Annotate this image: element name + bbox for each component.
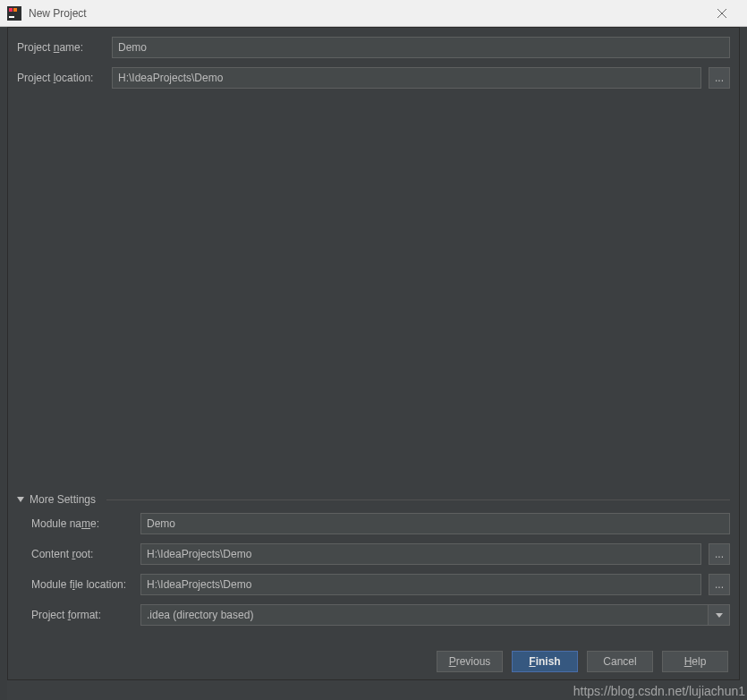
svg-rect-2	[9, 8, 13, 12]
project-location-browse-button[interactable]: ...	[709, 67, 730, 89]
row-module-name: Module name:	[17, 513, 730, 534]
project-name-label: Project name:	[17, 41, 105, 54]
button-bar: Previous Finish Cancel Help	[17, 651, 730, 672]
more-settings-panel: Module name: Content root: ... Module fi…	[17, 513, 730, 635]
module-file-location-input[interactable]	[140, 574, 701, 595]
content-root-label: Content root:	[17, 548, 133, 560]
cancel-button[interactable]: Cancel	[587, 651, 653, 672]
project-format-label: Project format:	[17, 609, 133, 621]
row-project-name: Project name:	[17, 37, 730, 58]
dialog-body: Project name: Project location: ... More…	[7, 27, 740, 680]
window-title: New Project	[29, 7, 704, 20]
project-format-select[interactable]: .idea (directory based)	[140, 604, 730, 626]
background-strip	[0, 27, 7, 700]
project-format-dropdown-button[interactable]	[709, 604, 730, 626]
svg-rect-3	[13, 8, 17, 12]
project-location-input[interactable]	[112, 67, 701, 89]
svg-rect-1	[9, 16, 14, 18]
row-content-root: Content root: ...	[17, 543, 730, 565]
separator	[106, 499, 730, 500]
chevron-down-icon	[17, 497, 24, 502]
module-file-location-label: Module file location:	[17, 578, 133, 591]
help-button[interactable]: Help	[662, 651, 728, 672]
close-icon	[717, 9, 726, 18]
intellij-icon	[7, 6, 21, 21]
row-module-file-location: Module file location: ...	[17, 574, 730, 595]
previous-button[interactable]: Previous	[437, 651, 503, 672]
row-project-format: Project format: .idea (directory based)	[17, 604, 730, 626]
finish-button[interactable]: Finish	[512, 651, 578, 672]
module-name-input[interactable]	[140, 513, 730, 534]
project-location-label: Project location:	[17, 72, 105, 84]
more-settings-header[interactable]: More Settings	[17, 493, 730, 506]
chevron-down-icon	[716, 613, 723, 618]
titlebar: New Project	[0, 0, 747, 27]
module-file-location-browse-button[interactable]: ...	[709, 574, 730, 595]
more-settings-label: More Settings	[30, 493, 96, 506]
empty-spacer	[17, 98, 730, 490]
close-button[interactable]	[704, 0, 740, 27]
watermark-url: https://blog.csdn.net/lujiachun1	[573, 684, 745, 698]
content-root-browse-button[interactable]: ...	[709, 543, 730, 565]
content-root-input[interactable]	[140, 543, 701, 565]
project-format-value: .idea (directory based)	[140, 604, 709, 626]
module-name-label: Module name:	[17, 517, 133, 530]
row-project-location: Project location: ...	[17, 67, 730, 89]
project-name-input[interactable]	[112, 37, 730, 58]
